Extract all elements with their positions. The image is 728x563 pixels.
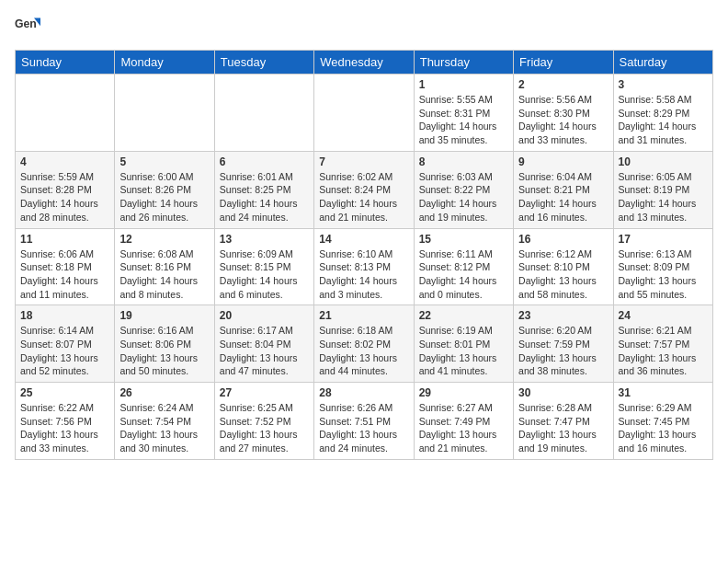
calendar-week-3: 11Sunrise: 6:06 AMSunset: 8:18 PMDayligh… bbox=[16, 228, 713, 305]
day-number: 26 bbox=[119, 386, 209, 399]
day-number: 13 bbox=[220, 233, 309, 246]
day-info: Sunrise: 5:55 AMSunset: 8:31 PMDaylight:… bbox=[419, 93, 508, 147]
calendar-cell-2-3: 6Sunrise: 6:01 AMSunset: 8:25 PMDaylight… bbox=[214, 151, 313, 228]
calendar-cell-3-3: 13Sunrise: 6:09 AMSunset: 8:15 PMDayligh… bbox=[214, 228, 313, 305]
day-info: Sunrise: 6:12 AMSunset: 8:10 PMDaylight:… bbox=[518, 247, 608, 302]
calendar-cell-4-1: 18Sunrise: 6:14 AMSunset: 8:07 PMDayligh… bbox=[16, 305, 115, 383]
day-info: Sunrise: 6:06 AMSunset: 8:18 PMDaylight:… bbox=[20, 247, 109, 302]
calendar-header-sunday: Sunday bbox=[16, 51, 115, 75]
day-number: 16 bbox=[518, 233, 608, 246]
day-number: 30 bbox=[518, 386, 608, 399]
day-info: Sunrise: 6:09 AMSunset: 8:15 PMDaylight:… bbox=[220, 247, 309, 302]
day-info: Sunrise: 6:27 AMSunset: 7:49 PMDaylight:… bbox=[419, 401, 508, 455]
calendar-header-tuesday: Tuesday bbox=[214, 51, 313, 75]
day-info: Sunrise: 6:24 AMSunset: 7:54 PMDaylight:… bbox=[119, 401, 209, 455]
calendar-cell-3-1: 11Sunrise: 6:06 AMSunset: 8:18 PMDayligh… bbox=[16, 228, 115, 305]
calendar-header-wednesday: Wednesday bbox=[314, 51, 414, 75]
calendar-week-1: 1Sunrise: 5:55 AMSunset: 8:31 PMDaylight… bbox=[16, 75, 713, 152]
calendar-cell-2-6: 9Sunrise: 6:04 AMSunset: 8:21 PMDaylight… bbox=[514, 151, 613, 228]
calendar-week-2: 4Sunrise: 5:59 AMSunset: 8:28 PMDaylight… bbox=[16, 151, 713, 228]
calendar-cell-1-4 bbox=[314, 75, 414, 152]
calendar-cell-5-7: 31Sunrise: 6:29 AMSunset: 7:45 PMDayligh… bbox=[613, 383, 712, 460]
calendar-cell-1-6: 2Sunrise: 5:56 AMSunset: 8:30 PMDaylight… bbox=[514, 75, 613, 152]
day-number: 11 bbox=[20, 233, 109, 246]
calendar-header-saturday: Saturday bbox=[613, 51, 712, 75]
day-number: 31 bbox=[619, 386, 708, 399]
calendar-cell-1-1 bbox=[16, 75, 115, 152]
day-info: Sunrise: 6:04 AMSunset: 8:21 PMDaylight:… bbox=[518, 170, 608, 224]
day-info: Sunrise: 6:20 AMSunset: 7:59 PMDaylight:… bbox=[518, 324, 608, 378]
day-number: 6 bbox=[220, 155, 309, 168]
day-info: Sunrise: 6:05 AMSunset: 8:19 PMDaylight:… bbox=[619, 170, 708, 224]
day-info: Sunrise: 6:21 AMSunset: 7:57 PMDaylight:… bbox=[619, 324, 708, 378]
day-number: 15 bbox=[419, 233, 508, 246]
day-number: 23 bbox=[518, 309, 608, 322]
day-number: 21 bbox=[319, 309, 408, 322]
calendar-cell-5-1: 25Sunrise: 6:22 AMSunset: 7:56 PMDayligh… bbox=[16, 383, 115, 460]
calendar-cell-4-3: 20Sunrise: 6:17 AMSunset: 8:04 PMDayligh… bbox=[214, 305, 313, 383]
logo: Gen bbox=[15, 15, 44, 40]
day-info: Sunrise: 6:29 AMSunset: 7:45 PMDaylight:… bbox=[619, 401, 708, 455]
day-number: 22 bbox=[419, 309, 508, 322]
day-info: Sunrise: 6:28 AMSunset: 7:47 PMDaylight:… bbox=[518, 401, 608, 455]
day-number: 12 bbox=[119, 233, 209, 246]
header: Gen bbox=[15, 15, 713, 40]
calendar-cell-3-6: 16Sunrise: 6:12 AMSunset: 8:10 PMDayligh… bbox=[514, 228, 613, 305]
calendar-cell-5-4: 28Sunrise: 6:26 AMSunset: 7:51 PMDayligh… bbox=[314, 383, 414, 460]
day-number: 14 bbox=[319, 233, 408, 246]
day-number: 7 bbox=[319, 155, 408, 168]
logo-icon: Gen bbox=[15, 15, 40, 40]
day-info: Sunrise: 6:18 AMSunset: 8:02 PMDaylight:… bbox=[319, 324, 408, 378]
calendar-cell-3-4: 14Sunrise: 6:10 AMSunset: 8:13 PMDayligh… bbox=[314, 228, 414, 305]
day-info: Sunrise: 5:59 AMSunset: 8:28 PMDaylight:… bbox=[20, 170, 109, 224]
day-info: Sunrise: 6:16 AMSunset: 8:06 PMDaylight:… bbox=[119, 324, 209, 378]
day-number: 17 bbox=[619, 233, 708, 246]
day-number: 20 bbox=[220, 309, 309, 322]
calendar-header-friday: Friday bbox=[514, 51, 613, 75]
calendar-cell-5-5: 29Sunrise: 6:27 AMSunset: 7:49 PMDayligh… bbox=[414, 383, 513, 460]
day-number: 3 bbox=[619, 78, 708, 91]
calendar-cell-2-4: 7Sunrise: 6:02 AMSunset: 8:24 PMDaylight… bbox=[314, 151, 414, 228]
calendar-cell-4-6: 23Sunrise: 6:20 AMSunset: 7:59 PMDayligh… bbox=[514, 305, 613, 383]
calendar-cell-3-5: 15Sunrise: 6:11 AMSunset: 8:12 PMDayligh… bbox=[414, 228, 513, 305]
calendar-week-5: 25Sunrise: 6:22 AMSunset: 7:56 PMDayligh… bbox=[16, 383, 713, 460]
day-number: 25 bbox=[20, 386, 109, 399]
day-number: 5 bbox=[119, 155, 209, 168]
day-info: Sunrise: 5:58 AMSunset: 8:29 PMDaylight:… bbox=[619, 93, 708, 147]
calendar-cell-5-6: 30Sunrise: 6:28 AMSunset: 7:47 PMDayligh… bbox=[514, 383, 613, 460]
calendar-cell-4-7: 24Sunrise: 6:21 AMSunset: 7:57 PMDayligh… bbox=[613, 305, 712, 383]
calendar-cell-3-2: 12Sunrise: 6:08 AMSunset: 8:16 PMDayligh… bbox=[115, 228, 214, 305]
calendar-cell-2-1: 4Sunrise: 5:59 AMSunset: 8:28 PMDaylight… bbox=[16, 151, 115, 228]
day-number: 9 bbox=[518, 155, 608, 168]
day-number: 28 bbox=[319, 386, 408, 399]
day-number: 4 bbox=[20, 155, 109, 168]
day-number: 2 bbox=[518, 78, 608, 91]
day-number: 19 bbox=[119, 309, 209, 322]
calendar-cell-3-7: 17Sunrise: 6:13 AMSunset: 8:09 PMDayligh… bbox=[613, 228, 712, 305]
day-number: 27 bbox=[220, 386, 309, 399]
day-info: Sunrise: 6:11 AMSunset: 8:12 PMDaylight:… bbox=[419, 247, 508, 302]
day-info: Sunrise: 6:22 AMSunset: 7:56 PMDaylight:… bbox=[20, 401, 109, 455]
calendar-cell-1-2 bbox=[115, 75, 214, 152]
day-info: Sunrise: 6:02 AMSunset: 8:24 PMDaylight:… bbox=[319, 170, 408, 224]
calendar-week-4: 18Sunrise: 6:14 AMSunset: 8:07 PMDayligh… bbox=[16, 305, 713, 383]
calendar-cell-4-4: 21Sunrise: 6:18 AMSunset: 8:02 PMDayligh… bbox=[314, 305, 414, 383]
calendar-cell-4-2: 19Sunrise: 6:16 AMSunset: 8:06 PMDayligh… bbox=[115, 305, 214, 383]
day-info: Sunrise: 6:10 AMSunset: 8:13 PMDaylight:… bbox=[319, 247, 408, 302]
calendar-cell-1-5: 1Sunrise: 5:55 AMSunset: 8:31 PMDaylight… bbox=[414, 75, 513, 152]
day-info: Sunrise: 5:56 AMSunset: 8:30 PMDaylight:… bbox=[518, 93, 608, 147]
day-info: Sunrise: 6:14 AMSunset: 8:07 PMDaylight:… bbox=[20, 324, 109, 378]
calendar-header-thursday: Thursday bbox=[414, 51, 513, 75]
calendar-cell-2-5: 8Sunrise: 6:03 AMSunset: 8:22 PMDaylight… bbox=[414, 151, 513, 228]
day-info: Sunrise: 6:25 AMSunset: 7:52 PMDaylight:… bbox=[220, 401, 309, 455]
day-info: Sunrise: 6:13 AMSunset: 8:09 PMDaylight:… bbox=[619, 247, 708, 302]
calendar-cell-5-2: 26Sunrise: 6:24 AMSunset: 7:54 PMDayligh… bbox=[115, 383, 214, 460]
calendar-cell-2-7: 10Sunrise: 6:05 AMSunset: 8:19 PMDayligh… bbox=[613, 151, 712, 228]
day-info: Sunrise: 6:19 AMSunset: 8:01 PMDaylight:… bbox=[419, 324, 508, 378]
day-number: 8 bbox=[419, 155, 508, 168]
calendar: SundayMondayTuesdayWednesdayThursdayFrid… bbox=[15, 50, 713, 460]
day-number: 10 bbox=[619, 155, 708, 168]
day-info: Sunrise: 6:00 AMSunset: 8:26 PMDaylight:… bbox=[119, 170, 209, 224]
day-number: 29 bbox=[419, 386, 508, 399]
svg-text:Gen: Gen bbox=[15, 17, 37, 30]
